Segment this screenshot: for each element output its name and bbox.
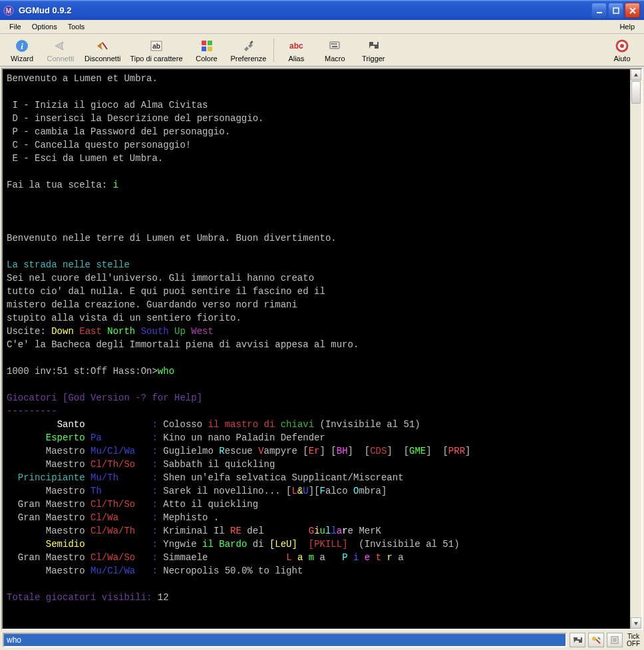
bottom-trigger-button[interactable]	[569, 633, 585, 647]
menu-file[interactable]: File	[4, 21, 27, 32]
trigger-icon	[366, 39, 381, 53]
tick-indicator: Tick OFF	[625, 633, 641, 647]
svg-text:M: M	[6, 7, 11, 15]
minimize-button[interactable]	[591, 3, 607, 18]
svg-rect-20	[332, 46, 337, 47]
svg-point-22	[620, 44, 624, 48]
disconnect-icon	[95, 39, 110, 53]
window-titlebar: M GGMud 0.9.2	[0, 0, 644, 20]
svg-point-23	[592, 637, 596, 641]
svg-rect-18	[333, 43, 335, 45]
color-icon	[200, 39, 214, 53]
macro-button[interactable]: Macro	[315, 35, 354, 65]
svg-rect-17	[331, 43, 333, 45]
macro-icon	[327, 39, 342, 53]
svg-text:i: i	[21, 41, 23, 51]
svg-line-8	[102, 43, 107, 49]
maximize-button[interactable]	[608, 3, 623, 18]
terminal-output[interactable]: Benvenuto a Lumen et Umbra. I - Inizia i…	[3, 69, 630, 629]
menu-help[interactable]: Help	[614, 21, 640, 32]
trigger-button[interactable]: Trigger	[354, 35, 393, 65]
svg-rect-15	[250, 41, 254, 45]
scroll-up-button[interactable]	[631, 69, 641, 81]
colore-button[interactable]: Colore	[188, 35, 226, 65]
info-icon: i	[15, 39, 29, 53]
menu-tools[interactable]: Tools	[63, 21, 90, 32]
svg-rect-2	[597, 12, 602, 13]
alias-icon: abc	[289, 39, 303, 53]
connetti-button[interactable]: Connetti	[41, 35, 80, 65]
command-input[interactable]	[3, 633, 567, 647]
preferences-icon	[241, 39, 255, 53]
scroll-down-button[interactable]	[631, 617, 641, 629]
bottom-run-button[interactable]	[588, 633, 604, 647]
svg-text:ab: ab	[152, 43, 160, 50]
window-title: GGMud 0.9.2	[19, 5, 591, 15]
menubar: File Options Tools Help	[0, 20, 644, 34]
svg-rect-19	[335, 43, 337, 45]
help-icon	[615, 39, 629, 53]
toolbar: i Wizard Connetti Disconnetti ab Tipo di…	[0, 34, 644, 67]
menu-options[interactable]: Options	[27, 21, 63, 32]
disconnetti-button[interactable]: Disconnetti	[80, 35, 125, 65]
wizard-button[interactable]: i Wizard	[3, 35, 41, 65]
svg-rect-11	[202, 41, 206, 45]
svg-rect-16	[330, 42, 339, 49]
alias-button[interactable]: abc Alias	[277, 35, 315, 65]
close-button[interactable]	[625, 3, 640, 18]
tipo-carattere-button[interactable]: ab Tipo di carattere	[125, 35, 187, 65]
app-icon: M	[3, 5, 15, 17]
bottombar: Tick OFF	[0, 631, 644, 650]
aiuto-button[interactable]: Aiuto	[603, 35, 641, 65]
svg-rect-12	[208, 41, 212, 45]
svg-rect-13	[202, 47, 206, 51]
vertical-scrollbar[interactable]	[630, 69, 641, 629]
bottom-notes-button[interactable]	[607, 633, 623, 647]
svg-rect-14	[208, 47, 212, 51]
font-icon: ab	[149, 39, 164, 53]
scroll-thumb[interactable]	[631, 81, 641, 104]
connect-icon	[53, 39, 68, 53]
preferenze-button[interactable]: Preferenze	[226, 35, 271, 65]
svg-rect-3	[613, 8, 619, 13]
